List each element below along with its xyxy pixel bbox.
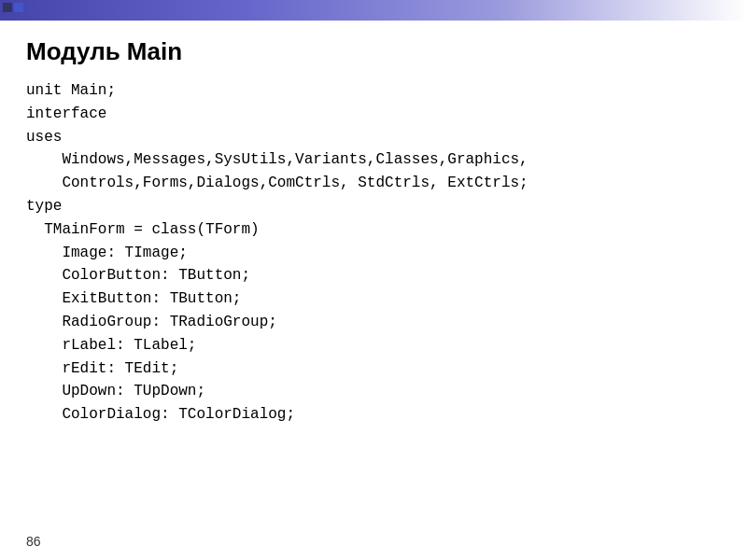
code-line-10: ExitButton: TButton; (26, 290, 241, 307)
main-content: Модуль Main unit Main; interface uses Wi… (0, 21, 747, 560)
code-line-7: TMainForm = class(TForm) (26, 221, 260, 238)
code-line-12: rLabel: TLabel; (26, 337, 196, 354)
square-dark (3, 3, 12, 12)
code-block: unit Main; interface uses Windows,Messag… (26, 79, 721, 427)
code-line-2: interface (26, 105, 106, 122)
code-line-9: ColorButton: TButton; (26, 267, 250, 284)
code-line-15: ColorDialog: TColorDialog; (26, 406, 295, 423)
page-number: 86 (26, 534, 41, 549)
page-title: Модуль Main (26, 37, 721, 66)
code-line-6: type (26, 198, 62, 215)
code-line-3: uses (26, 129, 62, 146)
code-line-13: rEdit: TEdit; (26, 360, 178, 377)
code-line-5: Controls,Forms,Dialogs,ComCtrls, StdCtrl… (26, 175, 529, 191)
code-line-8: Image: TImage; (26, 245, 188, 261)
code-line-11: RadioGroup: TRadioGroup; (26, 314, 277, 330)
square-blue (14, 3, 23, 12)
top-decorative-bar (0, 0, 747, 21)
code-line-4: Windows,Messages,SysUtils,Variants,Class… (26, 151, 529, 168)
top-squares (3, 3, 23, 12)
code-line-1: unit Main; (26, 82, 116, 99)
code-line-14: UpDown: TUpDown; (26, 383, 205, 399)
